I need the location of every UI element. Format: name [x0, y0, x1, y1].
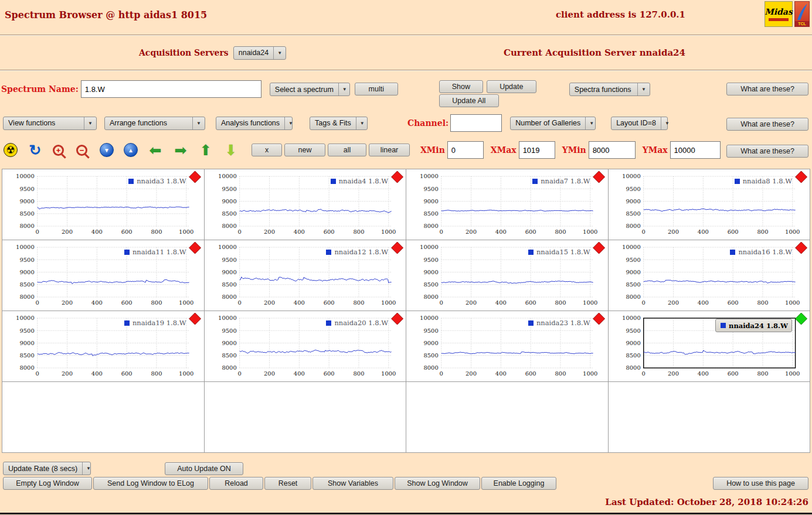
xmin-input[interactable] — [447, 141, 484, 159]
show-variables-button[interactable]: Show Variables — [312, 477, 393, 490]
svg-text:9500: 9500 — [19, 328, 34, 334]
svg-text:9500: 9500 — [626, 186, 640, 192]
acquisition-server-select[interactable]: nnaida24 ▼ — [233, 46, 286, 60]
refresh-icon[interactable]: ↻ — [28, 142, 43, 158]
enable-logging-button[interactable]: Enable Logging — [481, 477, 556, 490]
spectrum-panel-nnaida12[interactable]: 80008500900095001000002004006008001000nn… — [205, 240, 406, 311]
svg-text:8000: 8000 — [19, 294, 34, 300]
svg-text:8500: 8500 — [423, 210, 438, 217]
spectrum-panel-nnaida16[interactable]: 80008500900095001000002004006008001000nn… — [609, 240, 810, 311]
all-button[interactable]: all — [328, 144, 366, 156]
spectrum-panel-nnaida11[interactable]: 80008500900095001000002004006008001000nn… — [2, 240, 204, 311]
status-diamond-green[interactable] — [795, 313, 807, 325]
arrange-functions-label: Arrange functions — [110, 119, 167, 127]
send-elog-button[interactable]: Send Log Window to ELog — [93, 477, 208, 490]
svg-text:8000: 8000 — [423, 364, 438, 371]
what-are-these-button-spectrum[interactable]: What are these? — [726, 83, 808, 96]
reset-button[interactable]: Reset — [264, 477, 311, 490]
spectra-functions-select[interactable]: Spectra functions ▼ — [569, 83, 650, 96]
spectrum-panel-nnaida23[interactable]: 80008500900095001000002004006008001000nn… — [406, 311, 608, 381]
arrange-functions-select[interactable]: Arrange functions ▼ — [104, 117, 205, 130]
spectrum-panel-nnaida15[interactable]: 80008500900095001000002004006008001000nn… — [406, 240, 608, 311]
xmax-input[interactable] — [519, 141, 555, 159]
status-diamond-red[interactable] — [391, 242, 403, 254]
svg-text:600: 600 — [121, 370, 132, 377]
spectrum-panel-nnaida19[interactable]: 80008500900095001000002004006008001000nn… — [2, 311, 204, 381]
radiation-icon[interactable]: ☢ — [4, 143, 18, 157]
tags-fits-select[interactable]: Tags & Fits ▼ — [310, 117, 368, 130]
how-to-button[interactable]: How to use this page — [713, 477, 808, 490]
legend-marker — [730, 250, 735, 255]
status-diamond-red[interactable] — [593, 171, 605, 183]
update-rate-select[interactable]: Update Rate (8 secs) ▼ — [3, 462, 91, 475]
pan-up-icon[interactable]: ⬆ — [198, 142, 213, 158]
spectrum-panel-nnaida3[interactable]: 80008500900095001000002004006008001000nn… — [2, 169, 204, 240]
show-log-button[interactable]: Show Log Window — [395, 477, 480, 490]
status-diamond-red[interactable] — [795, 171, 807, 183]
status-diamond-red[interactable] — [593, 242, 605, 254]
scroll-down-icon[interactable]: ▼ — [100, 143, 114, 157]
svg-text:200: 200 — [466, 228, 477, 235]
status-diamond-red[interactable] — [391, 313, 403, 325]
svg-text:0: 0 — [440, 370, 443, 377]
layout-select[interactable]: Layout ID=8 ▼ — [611, 117, 668, 130]
svg-text:8000: 8000 — [19, 223, 34, 229]
panel-legend: nnaida19 1.8.W — [124, 319, 186, 327]
spectrum-select[interactable]: Select a spectrum ▼ — [270, 83, 350, 96]
update-all-button[interactable]: Update All — [439, 94, 499, 107]
view-functions-select[interactable]: View functions ▼ — [3, 117, 97, 130]
svg-text:1000: 1000 — [583, 228, 597, 235]
svg-text:10000: 10000 — [16, 173, 35, 179]
multi-button[interactable]: multi — [355, 83, 398, 96]
ymax-input[interactable] — [670, 141, 721, 159]
galleries-select[interactable]: Number of Galleries ▼ — [510, 117, 596, 130]
current-server-text: Current Acquisition Server nnaida24 — [504, 47, 685, 58]
svg-text:9000: 9000 — [222, 198, 236, 204]
pan-left-icon[interactable]: ⬅ — [148, 142, 163, 158]
what-are-these-button-functions[interactable]: What are these? — [726, 118, 808, 131]
update-button[interactable]: Update — [487, 80, 536, 93]
status-diamond-red[interactable] — [593, 313, 605, 325]
status-diamond-red[interactable] — [189, 242, 201, 254]
channel-input[interactable] — [450, 114, 502, 132]
what-are-these-button-toolbar[interactable]: What are these? — [726, 145, 808, 158]
svg-text:600: 600 — [121, 299, 132, 306]
spectrum-name-input[interactable] — [81, 80, 261, 98]
svg-text:1000: 1000 — [583, 370, 597, 377]
scroll-up-icon[interactable]: ▲ — [124, 143, 138, 157]
status-diamond-red[interactable] — [189, 313, 201, 325]
status-diamond-red[interactable] — [189, 171, 201, 183]
auto-update-button[interactable]: Auto Update ON — [165, 462, 243, 475]
zoom-in-icon[interactable]: + — [53, 145, 64, 156]
spectrum-panel-nnaida20[interactable]: 80008500900095001000002004006008001000nn… — [205, 311, 406, 381]
svg-text:10000: 10000 — [622, 173, 641, 179]
svg-text:400: 400 — [697, 228, 708, 235]
svg-text:10000: 10000 — [16, 315, 35, 321]
spectrum-panel-nnaida7[interactable]: 80008500900095001000002004006008001000nn… — [406, 169, 608, 240]
svg-text:8000: 8000 — [626, 223, 640, 229]
spectrum-panel-nnaida4[interactable]: 80008500900095001000002004006008001000nn… — [205, 169, 406, 240]
spectrum-panel-nnaida24[interactable]: 80008500900095001000002004006008001000nn… — [609, 311, 810, 381]
analysis-functions-select[interactable]: Analysis functions ▼ — [216, 117, 293, 130]
x-button[interactable]: x — [252, 144, 282, 156]
svg-text:400: 400 — [91, 228, 103, 235]
status-diamond-red[interactable] — [391, 171, 403, 183]
ymin-label: YMin — [562, 145, 586, 155]
empty-log-button[interactable]: Empty Log Window — [3, 477, 92, 490]
new-button[interactable]: new — [284, 144, 325, 156]
status-diamond-red[interactable] — [795, 242, 807, 254]
pan-right-icon[interactable]: ➡ — [173, 142, 188, 158]
linear-button[interactable]: linear — [369, 144, 410, 156]
tcltk-logo[interactable]: TCL — [794, 1, 810, 27]
show-button[interactable]: Show — [439, 80, 483, 93]
reload-button[interactable]: Reload — [209, 477, 263, 490]
pan-down-icon[interactable]: ⬇ — [223, 142, 239, 158]
svg-text:0: 0 — [641, 299, 645, 306]
svg-text:400: 400 — [495, 228, 507, 235]
zoom-out-icon[interactable]: − — [76, 145, 87, 156]
legend-marker — [124, 250, 130, 255]
ymin-input[interactable] — [589, 141, 636, 159]
svg-text:9000: 9000 — [423, 340, 438, 346]
spectrum-panel-nnaida8[interactable]: 80008500900095001000002004006008001000nn… — [609, 169, 810, 240]
midas-logo[interactable]: Midas — [765, 1, 793, 27]
